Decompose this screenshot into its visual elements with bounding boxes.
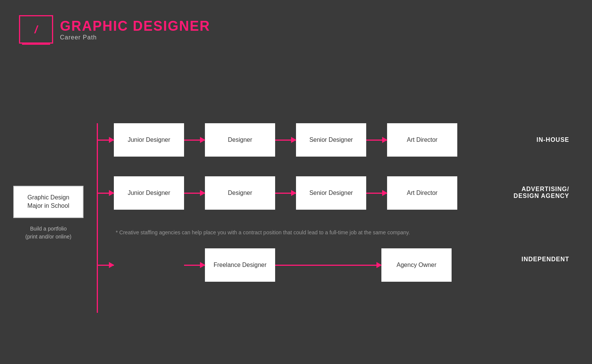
note-text: * Creative staffing agencies can help pl… (116, 229, 410, 235)
career-box-designer-inhouse: Designer (205, 123, 275, 157)
logo-icon: / (35, 24, 38, 36)
row-independent: Freelance Designer Agency Owner (97, 248, 452, 282)
arrow-3-adv (366, 193, 387, 194)
row-advertising: Junior Designer Designer Senior Designer… (97, 176, 457, 210)
arrow-freelance-to-agency (275, 265, 381, 266)
logo-box: / (19, 15, 53, 44)
arrow-2-inhouse (275, 140, 296, 141)
start-box: Graphic DesignMajor in School (13, 186, 83, 218)
career-box-junior-adv: Junior Designer (114, 176, 184, 210)
arrow-1-inhouse (184, 140, 205, 141)
career-box-artdir-inhouse: Art Director (387, 123, 457, 157)
diagram: Graphic DesignMajor in School Build a po… (0, 61, 592, 364)
header-title: GRAPHIC DESIGNER (60, 18, 210, 34)
row-inhouse: Junior Designer Designer Senior Designer… (97, 123, 457, 157)
arrow-2-adv (275, 193, 296, 194)
label-independent: INDEPENDENT (521, 256, 569, 263)
career-box-freelance: Freelance Designer (205, 248, 275, 282)
label-inhouse: IN-HOUSE (537, 136, 569, 143)
arrow-1-adv (184, 193, 205, 194)
arrow-3-inhouse (366, 140, 387, 141)
start-node: Graphic DesignMajor in School Build a po… (13, 186, 83, 241)
start-subtext: Build a portfolio(print and/or online) (13, 225, 83, 241)
branch-arrow-adv (97, 193, 114, 194)
header: / GRAPHIC DESIGNER Career Path (19, 15, 210, 44)
header-subtitle: Career Path (60, 34, 210, 41)
career-box-senior-inhouse: Senior Designer (296, 123, 366, 157)
career-box-senior-adv: Senior Designer (296, 176, 366, 210)
career-box-agency-owner: Agency Owner (381, 248, 452, 282)
label-advertising: ADVERTISING/DESIGN AGENCY (513, 186, 569, 199)
arrow-to-freelance (184, 265, 205, 266)
career-box-artdir-adv: Art Director (387, 176, 457, 210)
career-box-junior-inhouse: Junior Designer (114, 123, 184, 157)
career-box-designer-adv: Designer (205, 176, 275, 210)
branch-arrow-indep (97, 265, 114, 266)
header-text: GRAPHIC DESIGNER Career Path (60, 18, 210, 41)
branch-arrow-inhouse (97, 140, 114, 141)
